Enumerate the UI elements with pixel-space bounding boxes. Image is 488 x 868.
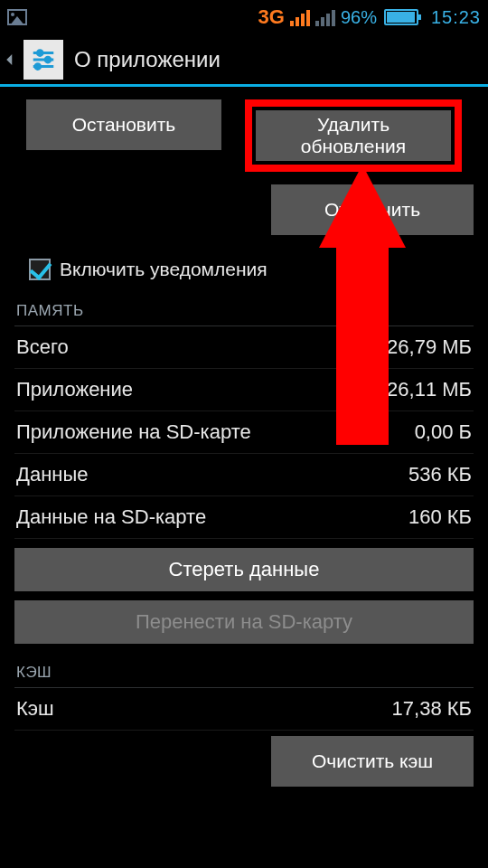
clear-cache-button[interactable]: Очистить кэш — [271, 736, 474, 787]
disable-button[interactable]: Отключить — [271, 184, 474, 235]
sd-app-value: 0,00 Б — [415, 420, 472, 444]
sd-app-label: Приложение на SD-карте — [16, 420, 251, 444]
cache-row: Кэш 17,38 КБ — [14, 688, 474, 731]
checkbox-checked-icon — [29, 259, 51, 280]
delete-updates-label: Удалить обновления — [265, 114, 442, 156]
total-label: Всего — [16, 335, 69, 359]
storage-sd-app-row: Приложение на SD-карте 0,00 Б — [14, 411, 474, 454]
page-title: О приложении — [74, 47, 221, 72]
gallery-icon — [7, 9, 27, 25]
storage-app-row: Приложение 26,11 МБ — [14, 369, 474, 411]
svg-point-3 — [45, 57, 51, 62]
cache-label: Кэш — [16, 697, 54, 721]
delete-updates-button[interactable]: Удалить обновления — [256, 110, 451, 161]
status-bar: 3G 96% 15:23 — [0, 0, 488, 34]
data-value: 536 КБ — [408, 463, 472, 486]
clear-data-button[interactable]: Стереть данные — [14, 548, 474, 591]
svg-point-1 — [37, 50, 42, 55]
storage-data-row: Данные 536 КБ — [14, 454, 474, 496]
signal-icon — [290, 8, 310, 26]
signal-2-icon — [315, 8, 335, 26]
highlight-annotation: Удалить обновления — [245, 99, 462, 172]
title-bar[interactable]: О приложении — [0, 34, 488, 87]
notifications-toggle[interactable]: Включить уведомления — [14, 248, 474, 300]
sd-data-label: Данные на SD-карте — [16, 505, 206, 529]
notifications-label: Включить уведомления — [60, 259, 267, 280]
move-sd-button: Перенести на SD-карту — [14, 600, 474, 644]
stop-button[interactable]: Остановить — [26, 99, 221, 150]
settings-icon — [23, 40, 63, 80]
back-icon — [2, 52, 18, 68]
total-value: 26,79 МБ — [387, 335, 472, 359]
battery-icon — [384, 9, 418, 25]
storage-total-row: Всего 26,79 МБ — [14, 326, 474, 369]
clock: 15:23 — [431, 7, 481, 28]
svg-point-5 — [35, 63, 41, 69]
storage-sd-data-row: Данные на SD-карте 160 КБ — [14, 496, 474, 539]
section-storage: ПАМЯТЬ — [14, 300, 474, 326]
network-type: 3G — [258, 5, 285, 29]
app-label: Приложение — [16, 378, 133, 401]
sd-data-value: 160 КБ — [408, 505, 472, 529]
battery-percent: 96% — [341, 7, 377, 28]
data-label: Данные — [16, 463, 88, 486]
section-cache: КЭШ — [14, 662, 474, 688]
cache-value: 17,38 КБ — [392, 697, 472, 721]
app-value: 26,11 МБ — [387, 378, 472, 401]
